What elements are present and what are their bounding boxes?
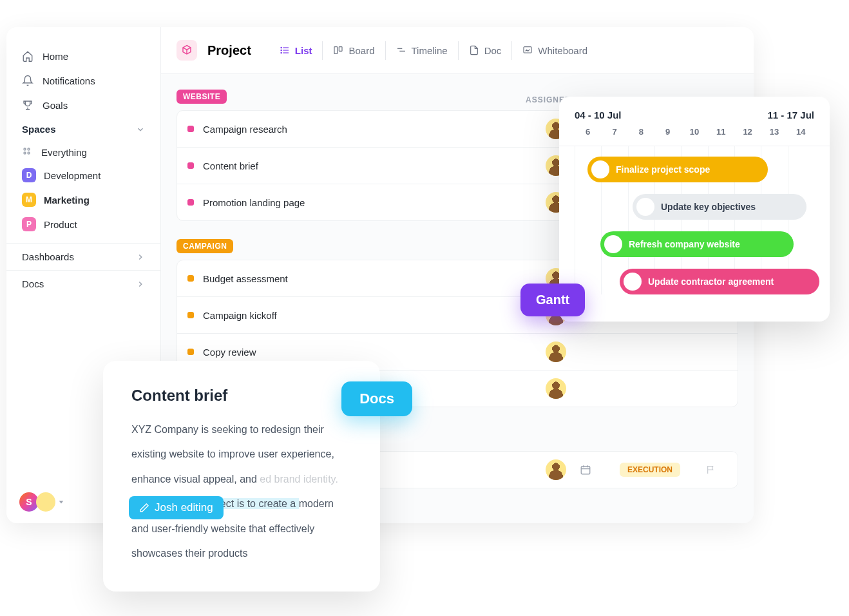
doc-icon bbox=[469, 45, 479, 55]
gantt-bar[interactable]: Update contractor agreement bbox=[620, 269, 819, 294]
nav-label: Home bbox=[43, 51, 68, 62]
assignee-avatar[interactable] bbox=[546, 342, 566, 362]
assignee-avatar[interactable] bbox=[546, 378, 566, 399]
nav-label: Goals bbox=[43, 100, 68, 111]
docs-body[interactable]: XYZ Company is seeking to redesign their… bbox=[131, 418, 352, 566]
view-tab-board[interactable]: Board bbox=[322, 41, 385, 60]
task-status[interactable]: EXECUTION bbox=[605, 463, 695, 477]
view-tab-label: Board bbox=[348, 45, 374, 56]
caret-down-icon bbox=[58, 499, 64, 505]
task-status-dot bbox=[187, 349, 194, 355]
board-icon bbox=[333, 45, 343, 55]
nav-home[interactable]: Home bbox=[6, 44, 160, 68]
gantt-day: 8 bbox=[628, 127, 654, 137]
gantt-day: 13 bbox=[761, 127, 787, 137]
svg-point-0 bbox=[24, 148, 26, 150]
svg-rect-11 bbox=[334, 47, 338, 54]
view-tab-label: Timeline bbox=[412, 45, 448, 56]
task-name: Content brief bbox=[203, 160, 546, 171]
sidebar-space-product[interactable]: P Product bbox=[6, 212, 160, 236]
space-label: Development bbox=[44, 170, 100, 181]
sidebar-space-development[interactable]: D Development bbox=[6, 163, 160, 188]
list-icon bbox=[280, 45, 290, 55]
bell-icon bbox=[22, 75, 33, 86]
gantt-bar[interactable]: Finalize project scope bbox=[587, 157, 768, 182]
svg-rect-16 bbox=[581, 467, 590, 474]
gantt-panel: 04 - 10 Jul 11 - 17 Jul 67891011121314 F… bbox=[559, 97, 830, 322]
nav-bell[interactable]: Notifications bbox=[6, 68, 160, 93]
task-priority[interactable] bbox=[695, 465, 727, 475]
svg-rect-15 bbox=[524, 47, 531, 53]
sidebar-docs[interactable]: Docs bbox=[6, 270, 160, 297]
sidebar-space-marketing[interactable]: M Marketing bbox=[6, 188, 160, 212]
nav-label: Notifications bbox=[43, 75, 95, 86]
sidebar-everything[interactable]: Everything bbox=[6, 141, 160, 163]
editing-indicator: Josh editing bbox=[129, 496, 224, 519]
svg-point-9 bbox=[281, 50, 281, 50]
space-label: Marketing bbox=[44, 195, 90, 206]
view-tab-doc[interactable]: Doc bbox=[458, 41, 512, 60]
gantt-avatar bbox=[591, 160, 609, 178]
gantt-badge: Gantt bbox=[520, 284, 585, 316]
gantt-bar[interactable]: Update key objectives bbox=[633, 194, 806, 220]
gantt-day: 11 bbox=[708, 127, 734, 137]
spaces-header[interactable]: Spaces bbox=[6, 117, 160, 141]
svg-rect-12 bbox=[339, 47, 343, 52]
task-name: Copy review bbox=[203, 347, 546, 358]
docs-title: Content brief bbox=[131, 387, 352, 405]
svg-point-8 bbox=[281, 47, 281, 48]
assignee-avatar[interactable] bbox=[546, 459, 566, 480]
group-label-website[interactable]: WEBSITE bbox=[176, 90, 227, 104]
gantt-range-1: 04 - 10 Jul bbox=[575, 110, 767, 120]
group-label-campaign[interactable]: CAMPAIGN bbox=[176, 239, 233, 253]
gantt-range-2: 11 - 17 Jul bbox=[767, 110, 814, 120]
space-label: Product bbox=[44, 219, 77, 230]
task-name: Campaign kickoff bbox=[203, 310, 546, 321]
pencil-icon bbox=[139, 503, 149, 513]
project-title: Project bbox=[207, 43, 251, 58]
flag-icon bbox=[706, 465, 716, 475]
view-tab-whiteboard[interactable]: Whiteboard bbox=[511, 41, 598, 60]
task-name: Budget assessment bbox=[203, 273, 546, 284]
svg-point-2 bbox=[24, 152, 26, 154]
space-badge: D bbox=[22, 168, 36, 182]
task-status-dot bbox=[187, 199, 194, 206]
task-date[interactable] bbox=[566, 464, 605, 476]
task-status-dot bbox=[187, 126, 194, 132]
svg-point-1 bbox=[28, 148, 30, 150]
home-icon bbox=[22, 50, 33, 62]
grid-icon bbox=[22, 146, 33, 158]
trophy-icon bbox=[22, 99, 33, 111]
sidebar-dashboards[interactable]: Dashboards bbox=[6, 243, 160, 270]
task-name: Campaign research bbox=[203, 124, 546, 135]
svg-point-10 bbox=[281, 52, 281, 53]
gantt-day: 9 bbox=[654, 127, 681, 137]
timeline-icon bbox=[396, 45, 406, 55]
docs-badge: Docs bbox=[341, 381, 412, 416]
gantt-day: 14 bbox=[788, 127, 814, 137]
svg-marker-4 bbox=[59, 501, 64, 503]
gantt-avatar bbox=[636, 198, 654, 216]
gantt-day: 6 bbox=[575, 127, 601, 137]
task-status-dot bbox=[187, 275, 194, 282]
gantt-bar-label: Update key objectives bbox=[661, 202, 756, 212]
task-status-dot bbox=[187, 312, 194, 318]
view-tab-timeline[interactable]: Timeline bbox=[385, 41, 458, 60]
space-badge: P bbox=[22, 217, 36, 231]
view-tab-list[interactable]: List bbox=[269, 41, 323, 60]
view-tab-label: Doc bbox=[484, 45, 502, 56]
gantt-avatar bbox=[624, 273, 642, 291]
task-status-dot bbox=[187, 162, 194, 169]
project-icon bbox=[176, 40, 197, 61]
chevron-right-icon bbox=[136, 253, 145, 262]
gantt-bar-label: Refresh company website bbox=[629, 239, 740, 249]
view-tab-label: List bbox=[295, 45, 312, 56]
gantt-avatar bbox=[604, 235, 622, 253]
gantt-bar[interactable]: Refresh company website bbox=[600, 231, 794, 257]
chevron-right-icon bbox=[136, 280, 145, 289]
svg-point-3 bbox=[28, 152, 30, 154]
gantt-day: 10 bbox=[681, 127, 707, 137]
whiteboard-icon bbox=[522, 45, 533, 55]
space-badge: M bbox=[22, 193, 36, 207]
nav-trophy[interactable]: Goals bbox=[6, 93, 160, 117]
